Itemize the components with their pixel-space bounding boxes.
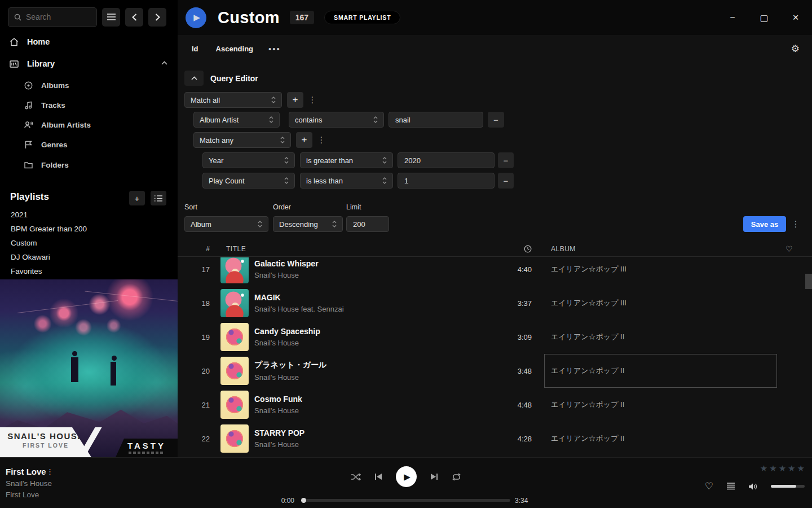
playlist-item[interactable]: 2021 [11,211,28,219]
track-album[interactable]: エイリアン☆ポップ III [544,257,777,286]
duration-column-clock-icon[interactable] [515,245,532,253]
order-select[interactable]: Descending [273,216,343,232]
rule-field-select[interactable]: Album Artist [193,112,280,128]
table-row[interactable]: 21 Cosmo Funk Snail's House 4:48 エイリアン☆ポ… [178,388,812,422]
track-duration: 4:48 [499,401,544,409]
track-artist[interactable]: Snail's House [254,406,499,415]
rule-value-input[interactable] [389,112,483,128]
seek-bar[interactable] [302,499,510,502]
table-row[interactable]: 17 Galactic Whisper Snail's House 4:40 エ… [178,257,812,286]
table-row[interactable]: 20 プラネット・ガール Snail's House 3:48 エイリアン☆ポッ… [178,354,812,388]
rule-field-select[interactable]: Year [202,152,295,168]
sidebar-item-albums[interactable]: Albums [24,81,69,90]
column-album[interactable]: ALBUM [551,245,576,253]
previous-track-button[interactable] [374,473,382,480]
menu-button[interactable] [102,8,120,27]
search-input[interactable] [26,12,88,21]
now-playing-artwork[interactable]: SNAIL'S HOUSE FIRST LOVE TASTY [0,279,178,457]
table-row[interactable]: 19 Candy Spaceship Snail's House 3:09 エイ… [178,320,812,354]
queue-icon[interactable] [726,483,735,490]
add-rule-button[interactable]: + [287,92,303,108]
sidebar-item-folders[interactable]: Folders [24,161,69,169]
rule-value-input[interactable] [398,173,495,189]
track-artist[interactable]: Snail's House [254,373,499,382]
column-index[interactable]: # [178,245,210,253]
volume-icon[interactable] [748,483,758,491]
track-artist[interactable]: Snail's House [254,271,499,279]
remove-rule-button[interactable]: − [498,173,514,189]
playlist-list-button[interactable] [151,191,166,205]
sort-field-button[interactable]: Id [192,45,198,53]
rule-value-input[interactable] [398,152,495,168]
star-icon[interactable]: ★ [788,463,795,474]
sidebar-item-genres[interactable]: Genres [24,141,68,149]
gear-icon[interactable]: ⚙ [791,43,800,55]
rule-group-menu-icon[interactable]: ⋮ [307,92,317,108]
track-album[interactable]: エイリアン☆ポップ III [544,286,777,320]
playlist-item[interactable]: BPM Greater than 200 [11,225,87,233]
library-collapse-icon[interactable] [161,61,167,65]
volume-slider[interactable] [771,485,805,488]
window-minimize-button[interactable]: − [725,10,740,25]
playlist-item[interactable]: Favorites [11,267,42,275]
sidebar-item-tracks[interactable]: Tracks [24,101,65,110]
play-pause-button[interactable]: ▶ [396,466,417,487]
star-icon[interactable]: ★ [779,463,786,474]
add-playlist-button[interactable]: + [129,191,145,205]
query-editor-collapse-button[interactable] [184,71,204,86]
window-close-button[interactable]: × [788,10,803,25]
match-any-select[interactable]: Match any [193,132,291,148]
rule-field-select[interactable]: Play Count [202,173,295,189]
favorite-column-heart-icon[interactable]: ♡ [785,244,793,253]
track-album[interactable]: エイリアン☆ポップ II [544,320,777,354]
column-title[interactable]: TITLE [226,245,246,253]
playlist-item[interactable]: Custom [11,239,37,247]
sidebar-item-home[interactable]: Home [9,37,50,46]
add-rule-button[interactable]: + [296,132,312,148]
favorite-heart-icon[interactable]: ♡ [705,480,713,492]
sort-select[interactable]: Album [184,216,268,232]
star-icon[interactable]: ★ [797,463,805,474]
rule-group-menu-icon[interactable]: ⋮ [316,132,326,148]
now-playing-artist[interactable]: Snail's House [6,479,52,488]
table-row[interactable]: 18 MAGIK Snail's House feat. Sennzai 3:3… [178,286,812,320]
seek-handle[interactable] [301,498,306,503]
now-playing-title[interactable]: First Love [6,467,46,476]
limit-input[interactable] [346,216,389,232]
nav-forward-button[interactable] [148,8,166,27]
track-album[interactable]: エイリアン☆ポップ II [544,388,777,422]
search-box[interactable] [8,7,97,27]
query-menu-icon[interactable]: ⋮ [791,216,801,232]
shuffle-button[interactable] [351,473,361,481]
track-album-focused[interactable]: エイリアン☆ポップ II [544,354,777,388]
next-track-button[interactable] [430,473,438,480]
match-all-select[interactable]: Match all [184,92,282,108]
save-as-button[interactable]: Save as [743,216,786,232]
minus-icon: − [504,176,509,186]
remove-rule-button[interactable]: − [488,112,504,128]
star-icon[interactable]: ★ [760,463,767,474]
star-icon[interactable]: ★ [769,463,776,474]
repeat-button[interactable] [452,473,461,481]
now-playing-menu-icon[interactable]: ⋮ [46,467,54,476]
nav-back-button[interactable] [125,8,143,27]
track-artist[interactable]: Snail's House [254,339,499,347]
sidebar-item-library[interactable]: Library [9,59,55,68]
total-time: 3:34 [515,497,528,505]
table-row[interactable]: 22 STARRY POP Snail's House 4:28 エイリアン☆ポ… [178,422,812,456]
sidebar-item-album-artists[interactable]: Album Artists [24,121,91,129]
rule-operator-select[interactable]: contains [289,112,384,128]
rule-operator-select[interactable]: is less than [300,173,393,189]
window-maximize-button[interactable]: ▢ [757,10,771,25]
scrollbar-thumb[interactable] [805,274,812,289]
sort-direction-button[interactable]: Ascending [216,45,253,53]
more-options-icon[interactable]: ••• [268,44,281,54]
track-album[interactable]: エイリアン☆ポップ II [544,422,777,456]
track-artist[interactable]: Snail's House feat. Sennzai [254,305,499,313]
order-label: Order [273,203,291,211]
playlist-item[interactable]: DJ Okawari [11,253,50,261]
rule-operator-select[interactable]: is greater than [300,152,393,168]
play-playlist-button[interactable]: ▶ [186,7,206,28]
remove-rule-button[interactable]: − [498,152,514,168]
track-artist[interactable]: Snail's House [254,440,499,449]
